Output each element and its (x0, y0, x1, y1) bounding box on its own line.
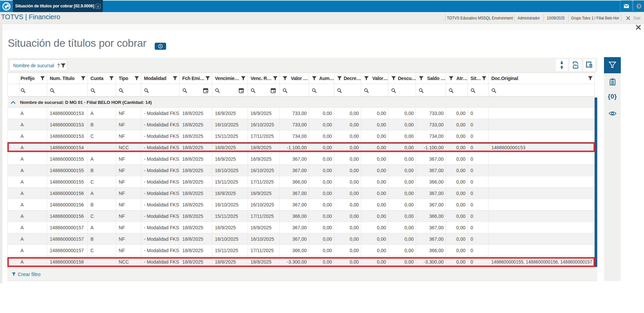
svg-text:xlsx: xlsx (573, 64, 578, 67)
svg-text:?: ? (638, 4, 640, 8)
